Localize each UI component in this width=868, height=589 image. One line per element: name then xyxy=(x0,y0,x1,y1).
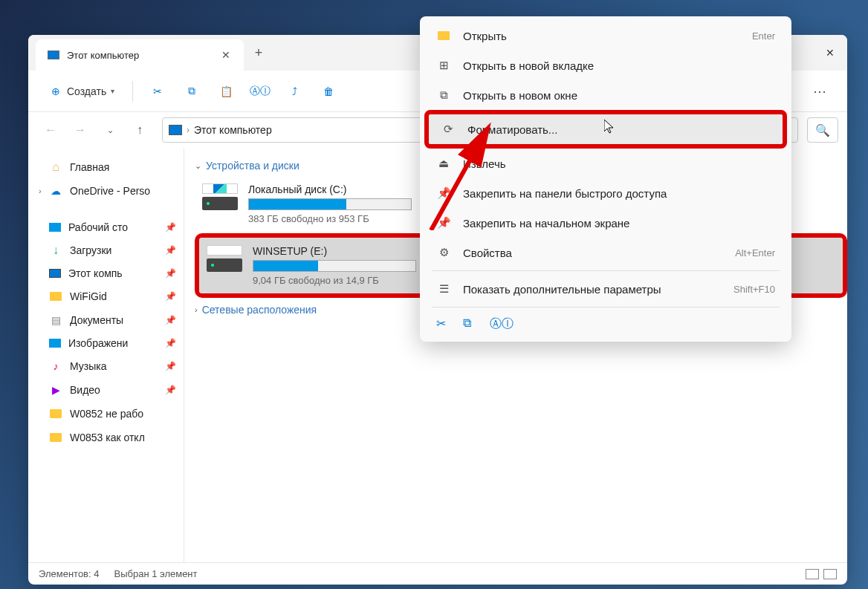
create-label: Создать xyxy=(67,85,106,97)
tab-close-button[interactable]: ✕ xyxy=(220,49,232,61)
sidebar-item-thispc[interactable]: Этот компь 📌 xyxy=(28,262,184,284)
cut-button[interactable]: ✂ xyxy=(143,80,172,102)
pin-icon: 📌 xyxy=(165,361,176,371)
shortcut-label: Alt+Enter xyxy=(735,247,775,258)
rename-icon: ⒶⒾ xyxy=(253,85,267,98)
chevron-down-icon: ▾ xyxy=(111,87,114,95)
chevron-right-icon: › xyxy=(187,125,190,135)
sidebar-item-home[interactable]: ⌂ Главная xyxy=(28,155,184,179)
pin-icon: 📌 xyxy=(436,186,451,201)
context-menu: Открыть Enter ⊞ Открыть в новой вкладке … xyxy=(420,16,791,342)
storage-bar xyxy=(253,260,416,272)
sidebar: ⌂ Главная › ☁ OneDrive - Perso Рабочий с… xyxy=(28,148,184,562)
sidebar-item-onedrive[interactable]: › ☁ OneDrive - Perso xyxy=(28,179,184,203)
music-icon: ♪ xyxy=(49,359,62,373)
ctx-pin-quick[interactable]: 📌 Закрепить на панели быстрого доступа xyxy=(424,178,787,208)
ctx-open[interactable]: Открыть Enter xyxy=(424,21,787,51)
recent-button[interactable]: ⌄ xyxy=(97,117,123,143)
copy-icon: ⧉ xyxy=(185,85,198,98)
home-icon: ⌂ xyxy=(49,160,62,174)
ctx-bottom-actions: ✂ ⧉ ⒶⒾ xyxy=(424,310,787,337)
share-button[interactable]: ⤴ xyxy=(280,80,308,102)
monitor-icon xyxy=(48,51,59,59)
chevron-right-icon: › xyxy=(39,186,49,195)
download-icon: ↓ xyxy=(49,244,62,257)
gear-icon: ⚙ xyxy=(436,245,451,260)
plus-circle-icon: ⊕ xyxy=(49,85,62,98)
sidebar-item-w0853[interactable]: W0853 как откл xyxy=(28,426,184,449)
forward-button[interactable]: → xyxy=(67,117,94,143)
copy-button[interactable]: ⧉ xyxy=(178,80,206,102)
pin-icon: 📌 xyxy=(165,338,176,348)
search-icon: 🔍 xyxy=(815,123,830,137)
tab-title: Этот компьютер xyxy=(67,50,220,61)
sidebar-item-w0852[interactable]: W0852 не рабо xyxy=(28,402,184,426)
create-button[interactable]: ⊕ Создать ▾ xyxy=(42,80,122,102)
more-button[interactable]: ⋯ xyxy=(806,79,834,104)
view-tiles-button[interactable] xyxy=(823,569,837,579)
chevron-down-icon: ⌄ xyxy=(195,161,201,171)
drive-icon xyxy=(202,183,238,210)
ctx-properties[interactable]: ⚙ Свойства Alt+Enter xyxy=(424,238,787,267)
scissors-icon: ✂ xyxy=(151,85,164,98)
document-icon: ▤ xyxy=(49,313,62,327)
pin-icon: 📌 xyxy=(165,245,176,256)
cloud-icon: ☁ xyxy=(49,184,62,198)
new-window-icon: ⧉ xyxy=(436,88,451,102)
pin-icon: 📌 xyxy=(165,315,176,325)
storage-bar xyxy=(248,198,412,210)
cursor-icon xyxy=(604,120,616,137)
ctx-open-new-tab[interactable]: ⊞ Открыть в новой вкладке xyxy=(424,51,787,80)
status-selected: Выбран 1 элемент xyxy=(114,568,197,579)
folder-icon xyxy=(49,290,62,303)
sidebar-item-wifigid[interactable]: WiFiGid 📌 xyxy=(28,284,184,308)
close-window-button[interactable]: ✕ xyxy=(813,35,847,71)
more-icon: ☰ xyxy=(436,282,451,296)
view-details-button[interactable] xyxy=(806,569,819,579)
scissors-icon[interactable]: ✂ xyxy=(436,316,451,331)
ctx-open-new-window[interactable]: ⧉ Открыть в новом окне xyxy=(424,80,787,110)
rename-icon[interactable]: ⒶⒾ xyxy=(490,316,505,331)
up-button[interactable]: ↑ xyxy=(126,117,153,143)
sidebar-item-desktop[interactable]: Рабочий сто 📌 xyxy=(28,216,184,238)
new-tab-button[interactable]: + xyxy=(244,35,273,71)
drive-icon xyxy=(207,245,242,272)
folder-icon xyxy=(49,407,62,420)
sidebar-item-downloads[interactable]: ↓ Загрузки 📌 xyxy=(28,238,184,262)
pin-start-icon: 📌 xyxy=(436,215,451,230)
status-count: Элементов: 4 xyxy=(39,568,99,579)
folder-open-icon xyxy=(436,28,451,43)
back-button[interactable]: ← xyxy=(37,117,64,143)
menu-separator xyxy=(432,270,780,271)
ctx-show-more[interactable]: ☰ Показать дополнительные параметры Shif… xyxy=(424,274,787,304)
eject-icon: ⏏ xyxy=(436,156,451,171)
sidebar-item-music[interactable]: ♪ Музыка 📌 xyxy=(28,354,184,378)
pin-icon: 📌 xyxy=(165,268,176,279)
window-controls: ✕ xyxy=(813,35,847,71)
video-icon: ▶ xyxy=(49,383,62,397)
ctx-pin-start[interactable]: 📌 Закрепить на начальном экране xyxy=(424,208,787,238)
ctx-eject[interactable]: ⏏ Извлечь xyxy=(424,149,787,178)
paste-button[interactable]: 📋 xyxy=(212,80,240,102)
pin-icon: 📌 xyxy=(165,385,176,395)
tab-this-pc[interactable]: Этот компьютер ✕ xyxy=(36,39,244,71)
monitor-icon xyxy=(169,125,182,135)
copy-icon[interactable]: ⧉ xyxy=(463,316,478,331)
delete-button[interactable]: 🗑 xyxy=(314,80,343,102)
new-tab-icon: ⊞ xyxy=(436,58,451,73)
sidebar-item-documents[interactable]: ▤ Документы 📌 xyxy=(28,308,184,332)
breadcrumb-text: Этот компьютер xyxy=(194,124,272,136)
rename-button[interactable]: ⒶⒾ xyxy=(246,80,274,102)
menu-separator xyxy=(432,307,780,307)
sidebar-item-videos[interactable]: ▶ Видео 📌 xyxy=(28,378,184,402)
chevron-right-icon: › xyxy=(195,305,198,314)
shortcut-label: Enter xyxy=(752,30,775,42)
monitor-icon xyxy=(49,269,61,278)
desktop-icon xyxy=(49,223,61,232)
search-input[interactable]: 🔍 xyxy=(807,117,838,143)
share-icon: ⤴ xyxy=(288,85,301,98)
sidebar-item-pictures[interactable]: Изображени 📌 xyxy=(28,332,184,354)
trash-icon: 🗑 xyxy=(322,85,335,98)
pin-icon: 📌 xyxy=(165,222,176,232)
view-buttons xyxy=(806,569,837,579)
